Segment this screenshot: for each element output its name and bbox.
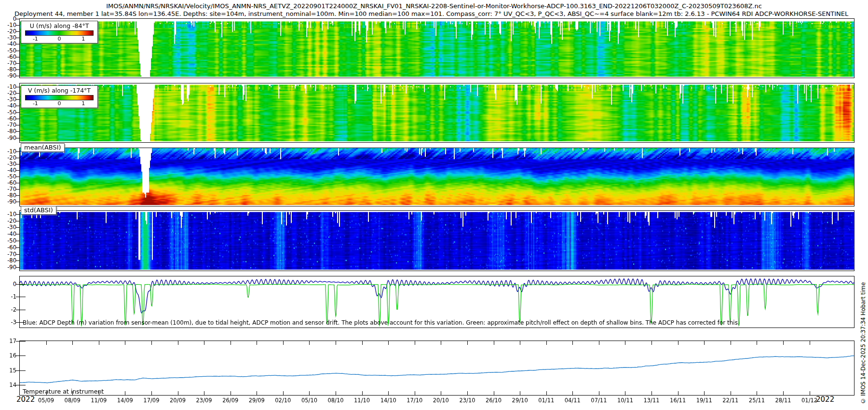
y-tick-label: 14	[2, 382, 16, 388]
colorbar-tick-label: -1	[33, 36, 38, 42]
tick-mark	[16, 106, 19, 106]
x-tick-label: 26/10	[486, 397, 502, 404]
tick-mark	[16, 69, 19, 70]
y-tick-label: -20	[2, 90, 16, 96]
u-legend-title: U (m/s) along -84°T	[24, 22, 95, 29]
tick-mark	[388, 391, 389, 395]
x-tick-label: 14/09	[117, 397, 133, 404]
tick-mark	[810, 391, 810, 395]
y-tick-label: -50	[2, 237, 16, 244]
x-tick-label: 11/09	[91, 397, 107, 404]
tick-mark	[204, 391, 204, 395]
figure-subtitle: Deployment 44, member 1 lat=35.84S lon=1…	[14, 10, 848, 17]
tick-mark	[16, 234, 19, 234]
y-tick-label: -10	[2, 22, 16, 28]
tick-mark	[415, 341, 415, 345]
x-tick-label: 11/10	[354, 397, 370, 404]
tick-mark	[16, 125, 19, 125]
figure-root: IMOS/ANMN/NRS/NRSKAI/Velocity/IMOS_ANMN-…	[0, 0, 868, 410]
y-tick-label: -80	[2, 192, 16, 199]
tick-mark	[16, 112, 19, 113]
tick-mark	[16, 158, 19, 158]
y-tick-label: -40	[2, 231, 16, 237]
mean-absi-heatmap-canvas	[20, 148, 854, 205]
tick-mark	[16, 44, 19, 44]
tick-mark	[16, 189, 19, 190]
y-tick-label: -20	[2, 28, 16, 35]
std-absi-heatmap-canvas	[20, 211, 854, 270]
tick-mark	[810, 341, 810, 345]
tick-mark	[16, 267, 19, 268]
tick-mark	[467, 391, 468, 395]
x-tick-label: 29/10	[512, 397, 528, 404]
tick-mark	[599, 391, 599, 395]
tick-mark	[178, 391, 178, 395]
tick-mark	[362, 391, 363, 395]
tick-mark	[494, 341, 494, 345]
v-colorbar	[25, 95, 94, 100]
colorbar-tick-label: 1	[81, 100, 85, 107]
tick-mark	[731, 391, 731, 395]
x-tick-label: 17/10	[407, 397, 422, 404]
tick-mark	[257, 391, 257, 395]
depth-variation-note: Blue: ADCP Depth (m) variation from sens…	[23, 319, 740, 326]
tick-mark	[625, 341, 625, 345]
y-tick-label: -40	[2, 41, 16, 47]
colorbar-tick-label: 0	[58, 36, 61, 42]
u-heatmap-canvas	[20, 19, 854, 77]
tick-mark	[16, 227, 19, 228]
tick-mark	[336, 391, 336, 395]
v-heatmap-canvas	[20, 83, 854, 141]
tick-mark	[16, 119, 19, 119]
tick-mark	[783, 341, 784, 345]
y-tick-label: -70	[2, 251, 16, 258]
tick-mark	[16, 76, 19, 76]
tick-mark	[16, 99, 19, 100]
x-tick-label: 04/11	[565, 397, 581, 404]
y-tick-label: 15	[2, 367, 16, 374]
x-tick-label: 17/09	[143, 397, 159, 404]
u-colorbar-ticks: -101	[24, 36, 95, 42]
x-tick-label: 08/10	[327, 397, 343, 404]
x-tick-label: 01/12	[801, 397, 817, 404]
tick-mark	[99, 341, 99, 345]
tick-mark	[336, 341, 336, 345]
y-tick-label: -90	[2, 198, 16, 205]
tick-mark	[441, 341, 441, 345]
tick-mark	[16, 310, 26, 310]
tick-mark	[16, 138, 19, 138]
y-tick-label: -80	[2, 257, 16, 264]
tick-mark	[16, 57, 19, 57]
x-tick-label: 07/11	[591, 397, 607, 404]
tick-mark	[16, 177, 19, 177]
y-tick-label: -30	[2, 161, 16, 167]
y-tick-label: 16	[2, 352, 16, 359]
tick-mark	[678, 391, 678, 395]
y-tick-label: -20	[2, 218, 16, 224]
y-tick-label: -10	[2, 148, 16, 155]
x-tick-label: 23/09	[196, 397, 212, 404]
tick-mark	[16, 19, 19, 19]
tick-mark	[599, 341, 599, 345]
u-colorbar-legend: U (m/s) along -84°T -101	[21, 21, 98, 43]
tick-mark	[16, 247, 19, 248]
x-tick-label: 08/09	[65, 397, 81, 404]
y-tick-label: -50	[2, 109, 16, 116]
x-tick-label: 22/11	[722, 397, 738, 404]
tick-mark	[16, 221, 19, 221]
tick-mark	[125, 341, 125, 345]
x-tick-label: 25/11	[749, 397, 765, 404]
y-tick-label: -3	[2, 319, 16, 326]
tick-mark	[16, 87, 19, 87]
tick-mark	[16, 385, 26, 385]
tick-mark	[16, 254, 19, 255]
y-tick-label: -90	[2, 135, 16, 141]
x-tick-label: 20/10	[433, 397, 449, 404]
panel-std-absi: std(ABSI)	[19, 210, 854, 271]
y-tick-label: -30	[2, 34, 16, 41]
tick-mark	[757, 341, 757, 345]
tick-mark	[678, 341, 678, 345]
tick-mark	[546, 341, 547, 345]
tick-mark	[16, 164, 19, 164]
tick-mark	[16, 25, 19, 26]
